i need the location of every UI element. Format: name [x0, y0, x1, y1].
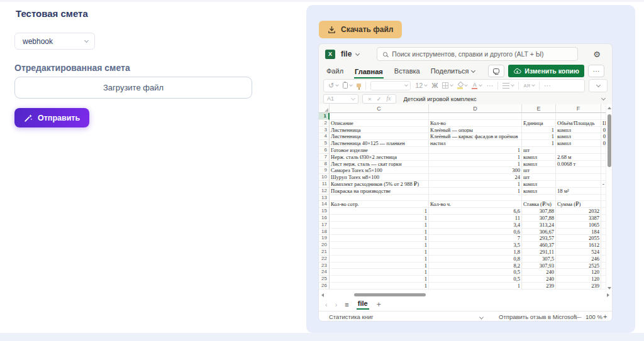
row-header[interactable]: 21: [319, 249, 330, 256]
row-header[interactable]: 19: [319, 235, 330, 242]
confirm-entry-button[interactable]: ✓: [377, 95, 382, 102]
grid-cell[interactable]: 240: [522, 269, 556, 276]
row-header[interactable]: 2: [319, 120, 330, 127]
grid-cell[interactable]: 307,5: [522, 256, 556, 263]
row-header[interactable]: 4: [319, 133, 330, 140]
grid-cell[interactable]: [522, 113, 556, 120]
grid-cell[interactable]: 0.0068 т: [556, 161, 601, 168]
grid-cell[interactable]: Кол-во: [429, 120, 522, 127]
grid-cell[interactable]: [601, 201, 606, 208]
row-header[interactable]: 15: [319, 208, 330, 215]
grid-cell[interactable]: [601, 147, 606, 154]
scroll-left-icon[interactable]: [321, 293, 324, 297]
grid-cell[interactable]: 1: [429, 283, 522, 290]
grid-cell[interactable]: [601, 174, 606, 181]
grid-cell[interactable]: 0: [601, 133, 606, 140]
grid-cell[interactable]: 11: [429, 215, 522, 222]
grid-cell[interactable]: [601, 263, 606, 269]
grid-cell[interactable]: Лиственница: [330, 127, 429, 134]
column-header[interactable]: E: [522, 104, 556, 113]
row-header[interactable]: 22: [319, 256, 330, 263]
grid-cell[interactable]: [601, 235, 606, 242]
grid-cell[interactable]: 24: [429, 174, 522, 181]
grid-cell[interactable]: Кол-во сотр.: [330, 201, 429, 208]
grid-cell[interactable]: настил: [429, 140, 522, 147]
grid-cell[interactable]: Готовое изделие: [330, 147, 429, 154]
grid-cell[interactable]: 1: [429, 188, 522, 195]
grid-cell[interactable]: [556, 113, 601, 120]
undo-button[interactable]: ↺: [328, 82, 338, 90]
grid-cell[interactable]: 0,6: [429, 229, 522, 235]
bold-button[interactable]: Ж: [431, 82, 438, 89]
vertical-scroll-thumb[interactable]: [608, 114, 611, 167]
horizontal-scroll-thumb[interactable]: [354, 293, 426, 296]
grid-cell[interactable]: Клеёный — каркас фасадов и проёмов: [429, 133, 522, 140]
insert-function-button[interactable]: fx: [387, 95, 391, 102]
webhook-select[interactable]: webhook: [14, 33, 95, 50]
row-header[interactable]: 11: [319, 181, 330, 188]
edit-copy-button[interactable]: Изменить копию: [508, 65, 584, 77]
grid-cell[interactable]: 239: [522, 283, 556, 290]
row-header[interactable]: 9: [319, 167, 330, 174]
grid-cell[interactable]: Сумма (₽): [556, 201, 601, 208]
grid-cell[interactable]: [556, 181, 601, 188]
grid-cell[interactable]: [601, 222, 606, 229]
grid-cell[interactable]: [556, 195, 601, 202]
grid-cell[interactable]: 1: [330, 235, 429, 242]
row-header[interactable]: 26: [319, 283, 330, 290]
sheet-tab-file[interactable]: file: [357, 299, 369, 310]
zoom-level[interactable]: 100 %: [586, 313, 602, 320]
grid-cell[interactable]: Кол-во ч.: [429, 201, 522, 208]
row-header[interactable]: 5: [319, 140, 330, 147]
grid-cell[interactable]: 306,67: [522, 229, 556, 235]
grid-cell[interactable]: 2032: [556, 208, 601, 215]
grid-cell[interactable]: 1: [522, 133, 556, 140]
chevron-down-icon[interactable]: [355, 51, 360, 55]
feedback-link[interactable]: Отправить отзыв в Microsoft: [499, 313, 577, 320]
grid-cell[interactable]: 1: [429, 181, 522, 188]
grid-cell[interactable]: Ц: [601, 120, 606, 127]
grid-cell[interactable]: 524: [556, 249, 601, 256]
grid-cell[interactable]: [601, 167, 606, 174]
grid-cell[interactable]: 1: [330, 276, 429, 283]
grid-cell[interactable]: [601, 208, 606, 215]
grid-cell[interactable]: 291,11: [522, 249, 556, 256]
status-chevron-icon[interactable]: [480, 313, 483, 320]
grid-cell[interactable]: [601, 242, 606, 249]
grid-cell[interactable]: [601, 195, 606, 202]
grid-cell[interactable]: 1: [429, 161, 522, 168]
grid-cell[interactable]: 0,5: [429, 269, 522, 276]
grid-cell[interactable]: шт: [522, 167, 556, 174]
grid-cell[interactable]: [601, 283, 606, 290]
grid-cell[interactable]: 1: [330, 283, 429, 290]
zoom-in-button[interactable]: +: [603, 313, 607, 320]
grid-cell[interactable]: [556, 147, 601, 154]
grid-cell[interactable]: 18 м²: [556, 188, 601, 195]
grid-cell[interactable]: 293,57: [522, 235, 556, 242]
grid-cell[interactable]: [601, 188, 606, 195]
grid-cell[interactable]: Покраска на производстве: [330, 188, 429, 195]
comments-button[interactable]: [488, 65, 504, 77]
send-button[interactable]: Отправить: [14, 108, 89, 127]
grid-cell[interactable]: 1: [330, 269, 429, 276]
grid-cell[interactable]: [330, 113, 429, 120]
grid-cell[interactable]: Единица: [522, 120, 556, 127]
collapse-ribbon-button[interactable]: [589, 79, 608, 92]
add-sheet-button[interactable]: +: [377, 300, 381, 309]
row-header[interactable]: 20: [319, 242, 330, 249]
grid-cell[interactable]: компл: [556, 133, 601, 140]
grid-cell[interactable]: 307,88: [522, 215, 556, 222]
grid-cell[interactable]: 1: [330, 215, 429, 222]
row-header[interactable]: 7: [319, 154, 330, 161]
grid-cell[interactable]: 120: [556, 269, 601, 276]
grid-cell[interactable]: 120: [556, 276, 601, 283]
grid-cell[interactable]: Комплект расходников (5% от 2 988 ₽): [330, 181, 429, 188]
grid-cell[interactable]: 1,8: [429, 249, 522, 256]
grid-cell[interactable]: [556, 174, 601, 181]
grid-cell[interactable]: Клеёный — опоры: [429, 127, 522, 134]
grid-cell[interactable]: [601, 276, 606, 283]
paste-button[interactable]: [343, 82, 352, 89]
grid-cell[interactable]: 3,5: [429, 242, 522, 249]
format-painter-button[interactable]: [357, 84, 361, 87]
grid-cell[interactable]: [601, 249, 606, 256]
